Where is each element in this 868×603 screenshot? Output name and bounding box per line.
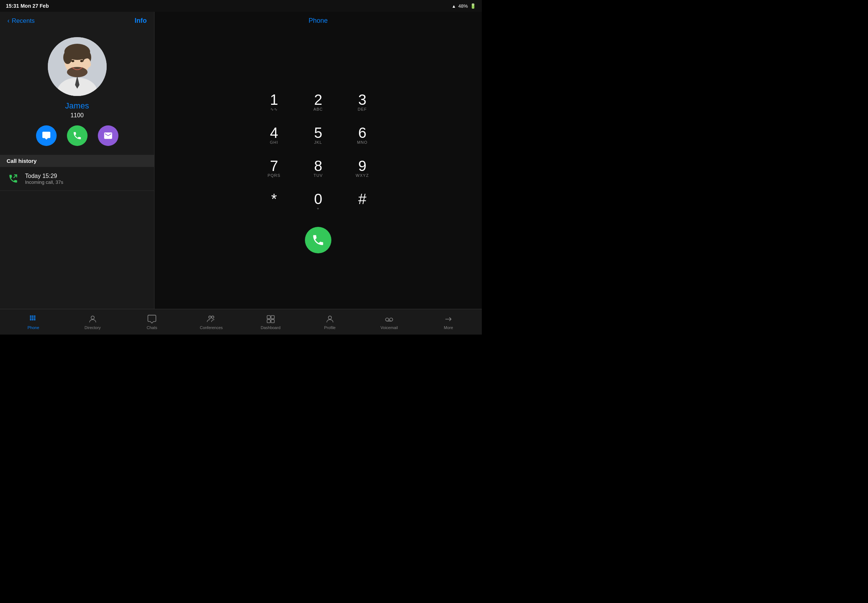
svg-point-10 [71,60,74,62]
dial-key-hash[interactable]: # [340,185,384,218]
tab-phone-label: Phone [28,325,39,330]
svg-rect-25 [271,315,274,319]
tab-profile[interactable]: Profile [315,314,345,330]
dial-key-5[interactable]: 5 JKL [296,119,340,152]
left-panel: ‹ Recents Info [0,12,155,309]
svg-rect-12 [30,315,31,317]
call-date: Today [25,173,41,179]
tab-chats-label: Chats [147,325,158,330]
main-layout: ‹ Recents Info [0,12,482,309]
call-description: Incoming call, 37s [25,179,63,185]
svg-rect-18 [30,319,31,320]
status-right: 48% [452,3,476,9]
svg-point-21 [91,316,94,319]
call-history-header: Call history [0,155,154,167]
chat-icon [42,131,51,141]
right-panel: Phone 1 ∿∿ 2 ABC 3 DEF 4 G [155,12,482,309]
tab-directory-label: Directory [85,325,101,330]
dial-key-7[interactable]: 7 PQRS [252,152,296,185]
tab-phone[interactable]: Phone [19,314,48,330]
dial-key-0[interactable]: 0 + [296,185,340,218]
svg-rect-24 [267,315,270,319]
email-button[interactable] [98,125,118,146]
status-time: 15:31 Mon 27 Feb [6,3,49,9]
svg-rect-19 [32,319,33,320]
svg-rect-20 [34,319,35,320]
tab-voicemail-label: Voicemail [381,325,398,330]
call-type-icon-wrap [7,172,20,185]
directory-tab-icon [88,314,97,324]
svg-rect-16 [32,317,33,319]
left-header: ‹ Recents Info [0,12,154,30]
battery-level: 48% [458,3,468,9]
phone-tab-icon [29,314,38,324]
tab-more[interactable]: More [434,314,463,330]
call-history-details: Today 15:29 Incoming call, 37s [25,173,63,185]
svg-point-23 [212,316,214,319]
chats-tab-icon [147,314,157,324]
conferences-tab-icon [206,314,216,324]
profile-tab-icon [325,314,335,324]
phone-title: Phone [155,12,482,30]
tab-directory[interactable]: Directory [78,314,107,330]
svg-point-22 [209,316,212,319]
wifi-icon [452,3,456,9]
svg-point-28 [328,316,332,319]
incoming-call-icon [8,173,19,184]
call-history-item[interactable]: Today 15:29 Incoming call, 37s [0,167,154,191]
svg-point-11 [80,60,83,62]
svg-point-30 [390,318,393,321]
dial-key-1[interactable]: 1 ∿∿ [252,86,296,119]
tab-conferences-label: Conferences [200,325,223,330]
dial-key-9[interactable]: 9 WXYZ [340,152,384,185]
svg-point-4 [63,51,72,64]
phone-icon [73,131,82,141]
contact-extension: 1100 [71,112,84,119]
dial-key-8[interactable]: 8 TUV [296,152,340,185]
info-title: Info [135,17,147,25]
chat-button[interactable] [36,125,57,146]
svg-rect-17 [34,317,35,319]
avatar-image [48,37,107,96]
battery-icon [470,3,476,9]
voicemail-tab-icon [384,314,394,324]
back-chevron-icon: ‹ [7,17,9,25]
tab-bar: Phone Directory Chats Conferences [0,309,482,335]
contact-card: James 1100 [0,30,154,155]
tab-voicemail[interactable]: Voicemail [374,314,404,330]
tab-more-label: More [444,325,453,330]
svg-rect-13 [32,315,33,317]
svg-rect-15 [30,317,31,319]
dial-key-2[interactable]: 2 ABC [296,86,340,119]
avatar [48,37,107,96]
dial-key-6[interactable]: 6 MNO [340,119,384,152]
dialpad-area: 1 ∿∿ 2 ABC 3 DEF 4 GHI 5 JKL [252,30,384,309]
back-button[interactable]: ‹ Recents [7,17,34,25]
tab-chats[interactable]: Chats [137,314,167,330]
action-buttons [36,125,118,146]
more-tab-icon [444,314,453,324]
dial-call-button[interactable] [305,227,331,254]
dial-key-3[interactable]: 3 DEF [340,86,384,119]
dial-key-star[interactable]: * [252,185,296,218]
svg-rect-26 [267,320,270,323]
svg-rect-27 [271,320,274,323]
svg-rect-14 [34,315,35,317]
tab-conferences[interactable]: Conferences [196,314,226,330]
tab-dashboard-label: Dashboard [261,325,281,330]
email-icon [103,131,113,141]
dial-phone-icon [311,233,325,247]
svg-point-29 [385,318,389,321]
call-button[interactable] [67,125,88,146]
tab-dashboard[interactable]: Dashboard [256,314,285,330]
tab-profile-label: Profile [324,325,336,330]
call-date-time: Today 15:29 [25,173,63,179]
svg-point-6 [67,67,88,77]
dashboard-tab-icon [266,314,275,324]
recents-label: Recents [12,17,34,25]
status-bar: 15:31 Mon 27 Feb 48% [0,0,482,12]
dialpad-grid: 1 ∿∿ 2 ABC 3 DEF 4 GHI 5 JKL [252,86,384,218]
dial-key-4[interactable]: 4 GHI [252,119,296,152]
contact-name: James [65,101,89,111]
call-time: 15:29 [42,173,57,179]
